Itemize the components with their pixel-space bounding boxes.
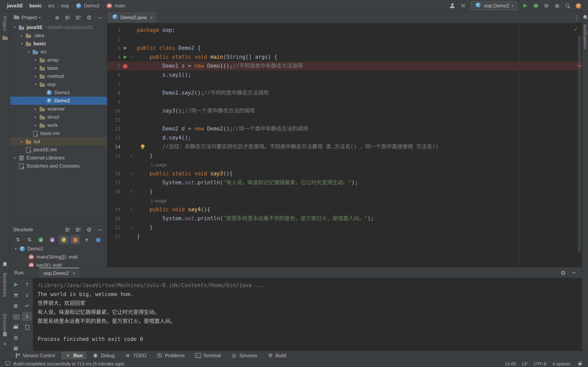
search-button[interactable]	[563, 1, 572, 10]
usages-inlay-hint[interactable]: 1 usage	[137, 160, 167, 169]
cursor-position[interactable]: 14:65	[505, 361, 516, 366]
project-panel-title[interactable]: Project	[22, 15, 37, 20]
scrollend-button[interactable]	[22, 312, 32, 321]
tree-item[interactable]: ▾basic	[10, 40, 107, 48]
line-separator[interactable]: LF	[522, 361, 527, 366]
editor-scrollbar[interactable]	[577, 23, 582, 267]
tree-item[interactable]: ▸array	[10, 56, 107, 64]
tree-item[interactable]: ▸method	[10, 72, 107, 80]
breadcrumb-item[interactable]: Demo2	[74, 2, 101, 10]
toolwindow-button-problems[interactable]: Problems	[153, 351, 189, 359]
grid-button[interactable]	[0, 329, 10, 338]
breakpoint-icon[interactable]	[122, 63, 129, 69]
breadcrumb-item[interactable]: javaSE	[6, 2, 24, 9]
tree-item[interactable]: ▸work	[10, 121, 107, 129]
usages-inlay-hint[interactable]: 1 usage	[137, 196, 167, 205]
readonly-lock-icon[interactable]	[577, 360, 583, 367]
hide-button[interactable]	[569, 268, 579, 277]
run-line-icon[interactable]	[122, 45, 129, 51]
wrench-button[interactable]	[11, 291, 21, 300]
tree-item[interactable]: Demo2	[10, 97, 107, 105]
structure-item[interactable]: ▾Demo2	[10, 245, 107, 253]
sortud-button[interactable]	[25, 235, 34, 244]
tree-item[interactable]: ▸base	[10, 64, 107, 72]
gear-button[interactable]	[558, 268, 568, 277]
chevron-down-icon[interactable]: ▾	[19, 42, 25, 46]
gear-button[interactable]	[84, 13, 94, 22]
circle-p-button[interactable]	[47, 235, 57, 244]
stripe-button-project[interactable]: Project	[2, 16, 7, 31]
tree-item[interactable]: basic.iml	[10, 129, 107, 137]
tree-item[interactable]: ▾javaSE~/IdeaProjects/javaSE	[10, 23, 107, 31]
chevron-right-icon[interactable]: ▸	[12, 156, 18, 160]
tree-item[interactable]: ▸.idea	[10, 31, 107, 40]
chevron-right-icon[interactable]: ▸	[33, 58, 39, 62]
locate-button[interactable]	[52, 13, 62, 22]
square-m-button[interactable]	[70, 235, 80, 244]
run-line-icon[interactable]	[122, 54, 129, 60]
toolwindow-button-run[interactable]: Run	[61, 351, 86, 359]
close-icon[interactable]: ×	[150, 15, 153, 20]
structure-item[interactable]: main(String[]): void	[10, 253, 107, 261]
fold-open-icon[interactable]: ∨	[129, 205, 134, 214]
collapse-all-button[interactable]	[73, 13, 83, 22]
tree-item[interactable]: ▸struct	[10, 113, 107, 121]
expand-all-button[interactable]	[63, 225, 73, 234]
update-button[interactable]	[573, 1, 583, 10]
run-button[interactable]	[520, 1, 530, 10]
chevron-right-icon[interactable]: ▸	[19, 140, 25, 143]
project-stripe-icon[interactable]	[2, 35, 8, 43]
bookmarks-stripe-icon[interactable]	[2, 261, 8, 269]
rerun-button[interactable]	[11, 280, 21, 289]
circle-o-button[interactable]	[93, 235, 103, 244]
editor-body[interactable]: 1package oop;23public class Demo2 {4∨ pu…	[107, 23, 582, 267]
fold-close-icon[interactable]: ∧	[129, 187, 134, 196]
breadcrumb-item[interactable]: main	[105, 2, 126, 10]
chevron-down-icon[interactable]: ▾	[39, 16, 41, 19]
kebab-button[interactable]	[572, 13, 582, 22]
filter-button[interactable]	[82, 235, 91, 244]
toolwindow-button-build[interactable]: Build	[263, 351, 290, 359]
chevron-right-icon[interactable]: ▸	[33, 115, 39, 119]
circle-c-button[interactable]	[36, 235, 46, 244]
more-button[interactable]	[0, 339, 10, 348]
structure-item[interactable]: say3(): void	[10, 261, 107, 267]
hide-button[interactable]	[95, 13, 104, 22]
toolwindow-button-services[interactable]: Services	[227, 351, 261, 359]
expand-all-button[interactable]	[63, 13, 73, 22]
up-button[interactable]	[22, 280, 32, 289]
chevron-right-icon[interactable]: ▸	[19, 33, 25, 38]
sortud-button[interactable]	[13, 235, 23, 244]
chevron-down-icon[interactable]: ▾	[13, 247, 19, 251]
notifications-stripe-icon[interactable]	[582, 14, 588, 22]
close-icon[interactable]: ×	[72, 270, 75, 276]
file-encoding[interactable]: UTF-8	[534, 361, 546, 366]
tree-item[interactable]: ▸out	[10, 137, 107, 146]
stripe-button-bookmarks[interactable]: Bookmarks	[2, 273, 7, 297]
fold-close-icon[interactable]: ∧	[129, 151, 134, 160]
down-button[interactable]	[22, 291, 32, 300]
tree-item[interactable]: Scratches and Consoles	[10, 162, 107, 170]
fold-open-icon[interactable]: ∨	[129, 53, 134, 62]
tree-item[interactable]: javaSE.iml	[10, 146, 107, 154]
circle-f-button[interactable]	[59, 235, 69, 244]
chevron-right-icon[interactable]: ▸	[33, 66, 39, 70]
user-button[interactable]	[448, 1, 457, 10]
collapse-all-button[interactable]	[73, 225, 83, 234]
run-tab-oop-demo2[interactable]: oop.Demo2 ×	[39, 267, 79, 278]
chevron-down-icon[interactable]: ▾	[26, 50, 32, 54]
camera-button[interactable]	[11, 312, 21, 321]
hammer-button[interactable]	[458, 1, 468, 10]
fold-close-icon[interactable]: ∧	[129, 223, 134, 232]
gearsm-button[interactable]	[11, 333, 21, 342]
stop-button[interactable]	[552, 1, 562, 10]
scrollbar-thumb[interactable]	[578, 35, 581, 252]
tree-item[interactable]: ▸scanner	[10, 105, 107, 113]
toolwindow-button-version-control[interactable]: Version Control	[11, 351, 59, 359]
softwrap-button[interactable]	[22, 301, 32, 310]
stop-button[interactable]	[11, 301, 21, 310]
printer-button[interactable]	[11, 323, 21, 332]
indent-style[interactable]: 4 spaces	[553, 361, 571, 366]
tree-item[interactable]: Demo1	[10, 89, 107, 97]
breadcrumb-item[interactable]: oop	[60, 2, 70, 9]
